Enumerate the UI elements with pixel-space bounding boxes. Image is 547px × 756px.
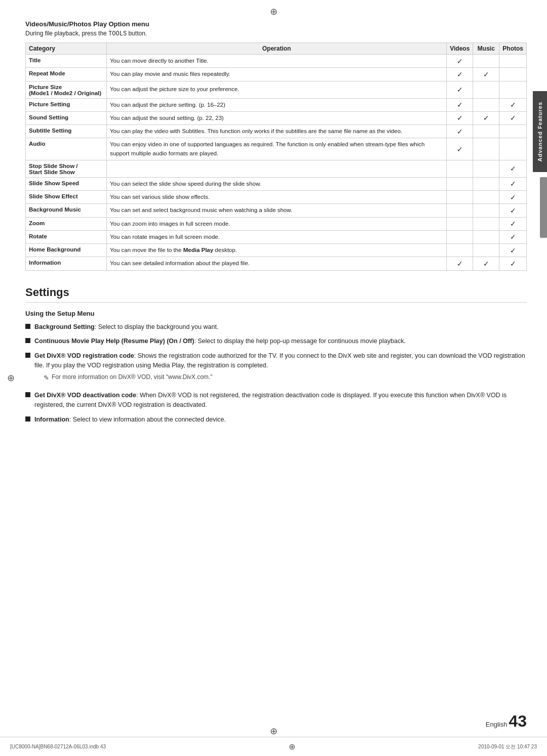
list-item: Continuous Movie Play Help (Resume Play)… [25, 337, 527, 346]
bullet-square-icon [25, 353, 30, 358]
table-row: Slide Show EffectYou can set various sli… [26, 191, 527, 204]
table-cell-music [473, 160, 499, 177]
table-row: Background MusicYou can set and select b… [26, 204, 527, 217]
table-cell-operation: You can move the file to the Media Play … [107, 244, 447, 257]
checkmark-icon: ✓ [510, 220, 516, 228]
table-cell-photos: ✓ [499, 244, 527, 257]
page-number-area: English 43 [486, 712, 527, 731]
table-cell-photos [499, 68, 527, 81]
table-cell-operation: You can adjust the picture size to your … [107, 81, 447, 98]
table-cell-category: Home Background [26, 244, 107, 257]
table-cell-photos: ✓ [499, 111, 527, 124]
list-item: Information: Select to view information … [25, 415, 527, 425]
bullet-text-content: Continuous Movie Play Help (Resume Play)… [34, 337, 527, 346]
bullet-text-content: Information: Select to view information … [34, 415, 527, 425]
table-header-videos: Videos [447, 43, 473, 55]
table-cell-category: Picture Size(Mode1 / Mode2 / Original) [26, 81, 107, 98]
table-cell-videos: ✓ [447, 257, 473, 270]
table-cell-videos [447, 191, 473, 204]
table-cell-photos [499, 138, 527, 160]
table-cell-photos: ✓ [499, 177, 527, 190]
bullet-square-icon [25, 324, 30, 329]
checkmark-icon: ✓ [510, 114, 516, 122]
table-cell-category: Slide Show Speed [26, 177, 107, 190]
table-cell-videos: ✓ [447, 125, 473, 138]
bullet-square-icon [25, 416, 30, 422]
table-cell-music [473, 230, 499, 243]
table-cell-music [473, 55, 499, 68]
bullet-description: : Select to view information about the c… [69, 416, 226, 423]
table-cell-operation: You can zoom into images in full screen … [107, 217, 447, 230]
scroll-decoration [540, 177, 547, 238]
table-cell-category: Subtitle Setting [26, 125, 107, 138]
settings-bullet-list: Background Setting: Select to display th… [25, 322, 527, 425]
table-header-music: Music [473, 43, 499, 55]
checkmark-icon: ✓ [510, 206, 516, 215]
footer-crosshair-icon: ⊕ [289, 742, 295, 751]
bullet-description: : Select to display the background you w… [95, 323, 219, 330]
table-cell-category: Picture Setting [26, 98, 107, 111]
footer-left-text: [UC8000-NA]BN68-02712A-06L03.indb 43 [10, 744, 106, 749]
checkmark-icon: ✓ [457, 260, 463, 268]
checkmark-icon: ✓ [510, 164, 516, 173]
checkmark-icon: ✓ [457, 70, 463, 78]
bullet-square-icon [25, 392, 30, 397]
table-cell-operation: You can play the video with Subtitles. T… [107, 125, 447, 138]
list-item: Background Setting: Select to display th… [25, 322, 527, 332]
checkmark-icon: ✓ [510, 180, 516, 188]
table-cell-photos: ✓ [499, 160, 527, 177]
table-cell-operation [107, 160, 447, 177]
table-cell-music: ✓ [473, 68, 499, 81]
bullet-term: Get DivX® VOD registration code [34, 352, 134, 359]
table-row: Stop Slide Show /Start Slide Show✓ [26, 160, 527, 177]
table-cell-operation: You can set and select background music … [107, 204, 447, 217]
table-cell-videos [447, 217, 473, 230]
table-cell-photos: ✓ [499, 191, 527, 204]
list-item: Get DivX® VOD deactivation code: When Di… [25, 391, 527, 410]
table-cell-operation: You can enjoy video in one of supported … [107, 138, 447, 160]
table-cell-music [473, 125, 499, 138]
options-table: Category Operation Videos Music Photos T… [25, 43, 527, 271]
page-number-label: English [486, 721, 507, 728]
main-content: Videos/Music/Photos Play Option menu Dur… [25, 20, 527, 726]
table-cell-videos [447, 160, 473, 177]
table-row: InformationYou can see detailed informat… [26, 257, 527, 270]
list-item: Get DivX® VOD registration code: Shows t… [25, 351, 527, 386]
note-text: For more information on DivX® VOD, visit… [52, 372, 212, 382]
page-footer: [UC8000-NA]BN68-02712A-06L03.indb 43 ⊕ 2… [0, 737, 547, 756]
play-option-subtitle: During file playback, press the TOOLS bu… [25, 30, 527, 37]
table-cell-category: Title [26, 55, 107, 68]
table-cell-videos: ✓ [447, 81, 473, 98]
bullet-term: Get DivX® VOD deactivation code [34, 392, 136, 399]
note-icon: ✎ [44, 373, 49, 383]
table-cell-music [473, 177, 499, 190]
table-cell-photos [499, 55, 527, 68]
table-cell-photos: ✓ [499, 230, 527, 243]
checkmark-icon: ✓ [483, 114, 489, 122]
bullet-square-icon [25, 338, 30, 343]
subtitle-after-tools: button. [127, 30, 147, 37]
left-crosshair-icon: ⊕ [7, 372, 15, 384]
table-cell-music [473, 98, 499, 111]
bullet-text-content: Get DivX® VOD deactivation code: When Di… [34, 391, 527, 410]
checkmark-icon: ✓ [483, 260, 489, 268]
checkmark-icon: ✓ [483, 70, 489, 78]
table-cell-music [473, 244, 499, 257]
table-header-category: Category [26, 43, 107, 55]
bullet-text-content: Background Setting: Select to display th… [34, 322, 527, 332]
chapter-tab: Advanced Features [533, 91, 547, 172]
table-cell-operation: You can select the slide show speed duri… [107, 177, 447, 190]
checkmark-icon: ✓ [457, 114, 463, 122]
table-cell-category: Zoom [26, 217, 107, 230]
checkmark-icon: ✓ [457, 101, 463, 109]
table-cell-category: Background Music [26, 204, 107, 217]
bullet-description: : Select to display the help pop-up mess… [194, 338, 406, 345]
table-cell-photos: ✓ [499, 204, 527, 217]
checkmark-icon: ✓ [510, 233, 516, 241]
table-cell-videos: ✓ [447, 138, 473, 160]
table-cell-photos [499, 125, 527, 138]
table-cell-music [473, 217, 499, 230]
settings-heading: Settings [25, 286, 527, 303]
table-cell-music [473, 138, 499, 160]
table-cell-videos [447, 230, 473, 243]
